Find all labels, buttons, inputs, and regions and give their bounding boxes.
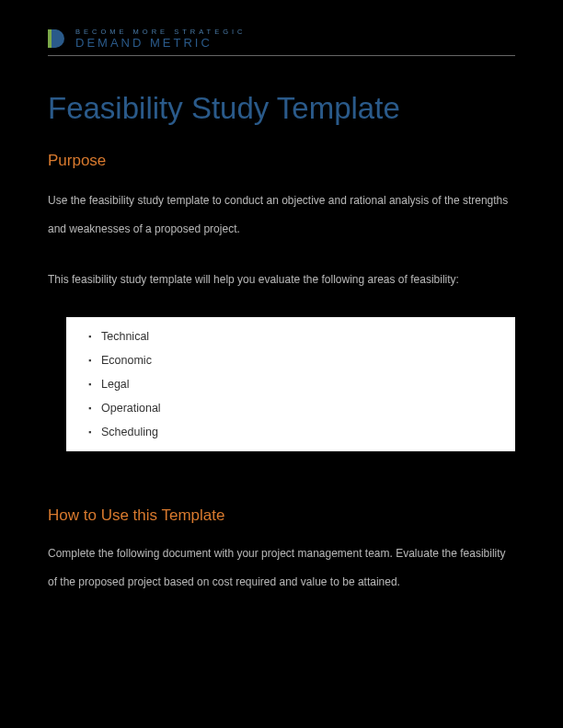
logo-row: Become More Strategic Demand Metric <box>48 28 515 50</box>
brand-logo-icon <box>48 29 68 48</box>
document-title: Feasibility Study Template <box>48 91 515 126</box>
list-item: Economic <box>88 348 493 372</box>
brand-tagline: Become More Strategic <box>75 28 247 36</box>
list-item: Scheduling <box>88 420 493 444</box>
list-item: Technical <box>88 324 493 348</box>
list-item: Operational <box>88 396 493 420</box>
purpose-paragraph-1: Use the feasibility study template to co… <box>48 187 515 244</box>
feasibility-areas-list: Technical Economic Legal Operational Sch… <box>66 317 515 451</box>
section-heading-purpose: Purpose <box>48 152 515 170</box>
document-header: Become More Strategic Demand Metric <box>48 28 515 56</box>
section-heading-howto: How to Use this Template <box>48 506 515 525</box>
semicircle-icon <box>48 29 68 48</box>
list-item: Legal <box>88 372 493 396</box>
header-divider <box>48 55 515 56</box>
howto-paragraph-1: Complete the following document with you… <box>48 540 515 597</box>
logo-text-block: Become More Strategic Demand Metric <box>75 28 247 50</box>
brand-name: Demand Metric <box>75 36 247 50</box>
section-purpose: Purpose Use the feasibility study templa… <box>48 152 515 451</box>
section-how-to-use: How to Use this Template Complete the fo… <box>48 506 515 597</box>
purpose-paragraph-2: This feasibility study template will hel… <box>48 266 515 294</box>
